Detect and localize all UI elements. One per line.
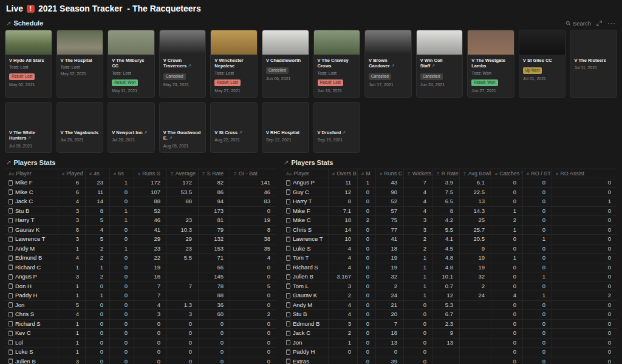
table-cell[interactable]: 0 [552, 320, 617, 329]
table-cell[interactable]: 7 [134, 291, 167, 300]
table-cell[interactable] [329, 357, 358, 364]
table-cell[interactable]: 2 [86, 244, 110, 254]
table-cell[interactable]: 1 [86, 263, 110, 272]
table-row[interactable]: Mike F623117217282141 [5, 178, 276, 188]
table-cell[interactable]: Julien B [5, 357, 58, 364]
table-cell[interactable]: Stu B [5, 207, 58, 216]
table-row[interactable]: Harry T35146238119 [5, 216, 276, 226]
table-cell[interactable]: 46 [134, 216, 167, 225]
table-cell[interactable]: 18 [376, 329, 404, 338]
table-cell[interactable]: 52 [376, 197, 404, 206]
table-cell[interactable]: 0 [491, 244, 523, 254]
schedule-card[interactable]: V Crown Traverners↗ Cancelled May 23, 20… [159, 30, 207, 98]
table-cell[interactable]: 8 [329, 197, 358, 206]
table-cell[interactable]: 22 [134, 254, 167, 263]
table-cell[interactable]: 0 [199, 329, 230, 338]
table-cell[interactable]: 0 [358, 282, 376, 291]
schedule-card[interactable]: V Win Coll Staff↗ Cancelled Jun 24, 2021 [416, 30, 463, 98]
table-cell[interactable]: 1 [58, 263, 86, 272]
table-cell[interactable]: 81 [199, 216, 230, 225]
table-cell[interactable]: Gaurav K [5, 226, 58, 235]
table-cell[interactable]: 3 [58, 357, 86, 364]
table-cell[interactable]: 0 [230, 272, 276, 281]
table-cell[interactable]: Luke S [282, 244, 329, 254]
table-cell[interactable]: 1 [404, 263, 433, 272]
table-cell[interactable]: 3 [404, 216, 433, 225]
table-cell[interactable]: 1 [329, 339, 358, 348]
table-cell[interactable]: Paddy H [282, 348, 329, 357]
table-cell[interactable]: 1 [58, 320, 86, 329]
column-header[interactable]: #Runs S [134, 169, 167, 178]
table-cell[interactable]: 0 [134, 320, 167, 329]
table-cell[interactable]: Guy C [282, 188, 329, 197]
table-cell[interactable]: 35 [230, 244, 276, 254]
table-cell[interactable]: 0 [552, 310, 617, 319]
table-cell[interactable]: 0 [552, 301, 617, 310]
table-row[interactable]: Jon50041.3360 [5, 301, 276, 311]
table-cell[interactable]: 0 [358, 235, 376, 244]
table-cell[interactable]: 18 [329, 216, 358, 225]
table-row[interactable]: Mike C611010753.58646 [5, 188, 276, 198]
schedule-card[interactable]: V The Crawley Crows Toss: Lost Result: L… [313, 30, 361, 98]
table-cell[interactable]: 5.5 [167, 254, 199, 263]
table-cell[interactable]: 0 [523, 197, 552, 206]
bowling-section-title[interactable]: ↗ Players Stats [282, 157, 617, 169]
table-cell[interactable]: 2 [460, 282, 491, 291]
table-cell[interactable]: Mike C [5, 188, 58, 197]
table-cell[interactable]: 0 [110, 357, 134, 364]
table-cell[interactable]: Richard C [5, 263, 58, 272]
table-cell[interactable]: 6.5 [433, 197, 460, 206]
table-cell[interactable]: 0 [358, 272, 376, 281]
table-cell[interactable]: Andy M [282, 301, 329, 310]
table-cell[interactable]: 153 [199, 244, 230, 254]
table-cell[interactable]: 0 [86, 339, 110, 348]
table-cell[interactable]: 79 [199, 226, 230, 235]
table-cell[interactable]: 0 [358, 188, 376, 197]
table-cell[interactable]: 1 [58, 282, 86, 291]
table-cell[interactable]: 0 [358, 301, 376, 310]
table-cell[interactable]: 0 [86, 348, 110, 357]
table-cell[interactable]: 19 [230, 216, 276, 225]
table-cell[interactable] [460, 348, 491, 357]
table-cell[interactable]: 0 [404, 320, 433, 329]
table-cell[interactable]: 43 [376, 178, 404, 187]
table-cell[interactable]: 2 [329, 291, 358, 300]
table-cell[interactable]: 0 [358, 291, 376, 300]
schedule-section-title[interactable]: ↗ Schedule [6, 19, 43, 27]
column-header[interactable]: AaPlayer [5, 169, 58, 178]
table-cell[interactable]: 0 [358, 254, 376, 263]
table-cell[interactable]: 0 [86, 310, 110, 319]
search-button[interactable]: Search [566, 20, 591, 27]
table-cell[interactable]: 13 [460, 197, 491, 206]
column-header[interactable]: #M [358, 169, 376, 178]
table-cell[interactable]: 2 [358, 216, 376, 225]
table-cell[interactable]: 4 [329, 310, 358, 319]
table-cell[interactable] [460, 320, 491, 329]
column-header[interactable]: ΣGI - Bat [230, 169, 276, 178]
table-cell[interactable]: 1 [491, 207, 523, 216]
table-cell[interactable]: 0 [491, 357, 523, 364]
table-cell[interactable]: 46 [230, 188, 276, 197]
table-cell[interactable]: 0 [230, 291, 276, 300]
schedule-card[interactable]: V Droxford↗ Sep 19, 2021 [313, 102, 361, 153]
table-cell[interactable]: 0 [110, 272, 134, 281]
table-cell[interactable]: 1 [110, 207, 134, 216]
table-cell[interactable]: 0 [199, 339, 230, 348]
table-cell[interactable]: 38 [230, 235, 276, 244]
table-row[interactable]: Paddy H1107880 [5, 291, 276, 301]
column-header[interactable]: #Played [58, 169, 86, 178]
column-header[interactable]: #RO / ST [523, 169, 552, 178]
table-cell[interactable]: 0 [358, 244, 376, 254]
table-cell[interactable] [167, 263, 199, 272]
table-row[interactable]: Mike F7.10574814.3100 [282, 207, 617, 217]
table-cell[interactable]: 1 [86, 291, 110, 300]
table-cell[interactable]: 2 [86, 254, 110, 263]
table-cell[interactable]: 1 [404, 272, 433, 281]
table-cell[interactable] [167, 291, 199, 300]
table-row[interactable]: Mike C1827534.225200 [282, 216, 617, 226]
table-row[interactable]: Paddy H0000000 [282, 348, 617, 357]
table-cell[interactable]: 4 [329, 263, 358, 272]
table-cell[interactable]: 12 [329, 188, 358, 197]
table-cell[interactable]: 1 [523, 272, 552, 281]
table-cell[interactable]: 20 [376, 310, 404, 319]
